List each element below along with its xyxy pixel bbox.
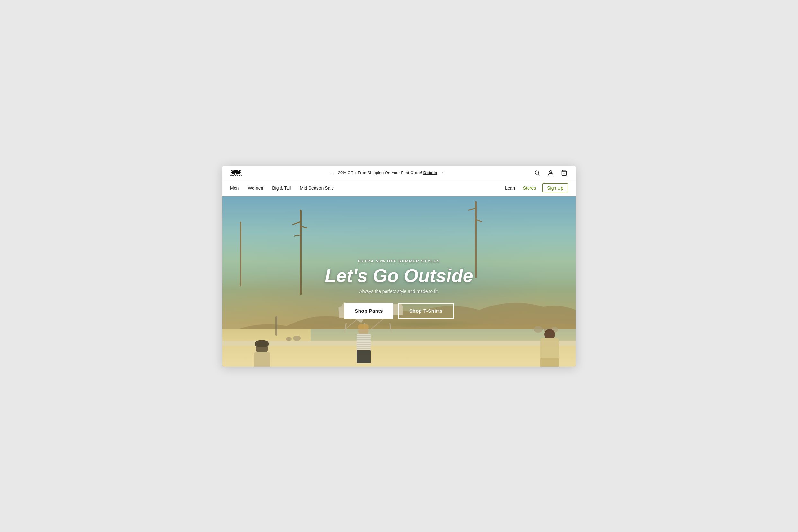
- account-button[interactable]: [547, 169, 554, 177]
- announcement-center: ‹ 20% Off + Free Shipping On Your First …: [242, 169, 533, 176]
- announcement-text: 20% Off + Free Shipping On Your First Or…: [338, 170, 437, 175]
- nav-item-mid-season-sale[interactable]: Mid Season Sale: [300, 184, 334, 192]
- shop-tshirts-button[interactable]: Shop T-Shirts: [398, 303, 454, 319]
- search-icon: [534, 170, 540, 176]
- nav-left: Men Women Big & Tall Mid Season Sale: [230, 184, 334, 192]
- nav-item-women[interactable]: Women: [248, 184, 263, 192]
- nav-item-stores[interactable]: Stores: [523, 185, 536, 190]
- hero-headline: Let's Go Outside: [303, 266, 495, 286]
- logo-eagle-icon: DOCKERS: [230, 169, 242, 177]
- svg-text:DOCKERS: DOCKERS: [230, 174, 242, 176]
- nav-right: Learn Stores Sign Up: [505, 184, 568, 192]
- account-icon: [547, 170, 554, 176]
- logo[interactable]: DOCKERS: [230, 169, 242, 177]
- announcement-prev-button[interactable]: ‹: [329, 169, 335, 176]
- hero-shrubs: [364, 319, 487, 329]
- nav-item-learn[interactable]: Learn: [505, 185, 517, 190]
- cart-icon: [561, 170, 567, 176]
- hero-ledge: [222, 341, 576, 346]
- cart-button[interactable]: [560, 169, 568, 177]
- browser-window: DOCKERS ‹ 20% Off + Free Shipping On You…: [222, 166, 576, 366]
- hero-buttons: Shop Pants Shop T-Shirts: [303, 303, 495, 319]
- main-nav: Men Women Big & Tall Mid Season Sale Lea…: [222, 180, 576, 196]
- nav-item-big-tall[interactable]: Big & Tall: [272, 184, 291, 192]
- header-icons: [533, 169, 568, 177]
- hero-subtext: Always the perfect style and made to fit…: [303, 289, 495, 294]
- svg-line-2: [538, 174, 540, 175]
- hero-rocks-left: [286, 336, 301, 341]
- nav-item-men[interactable]: Men: [230, 184, 239, 192]
- hero-pipe: [275, 317, 277, 336]
- hero-tree-far-left: [240, 222, 241, 286]
- hero-section: EXTRA 50% OFF SUMMER STYLES Let's Go Out…: [222, 196, 576, 366]
- shop-pants-button[interactable]: Shop Pants: [344, 303, 393, 319]
- nav-item-signup[interactable]: Sign Up: [542, 184, 568, 192]
- hero-eyebrow: EXTRA 50% OFF SUMMER STYLES: [303, 259, 495, 263]
- announcement-bar: DOCKERS ‹ 20% Off + Free Shipping On You…: [222, 166, 576, 180]
- search-button[interactable]: [533, 169, 541, 177]
- announcement-details-link[interactable]: Details: [423, 170, 437, 175]
- hero-content: EXTRA 50% OFF SUMMER STYLES Let's Go Out…: [303, 259, 495, 319]
- hero-tree-trunk-left: [300, 210, 302, 295]
- svg-point-3: [550, 170, 552, 172]
- announcement-next-button[interactable]: ›: [440, 169, 445, 176]
- svg-point-1: [535, 171, 539, 174]
